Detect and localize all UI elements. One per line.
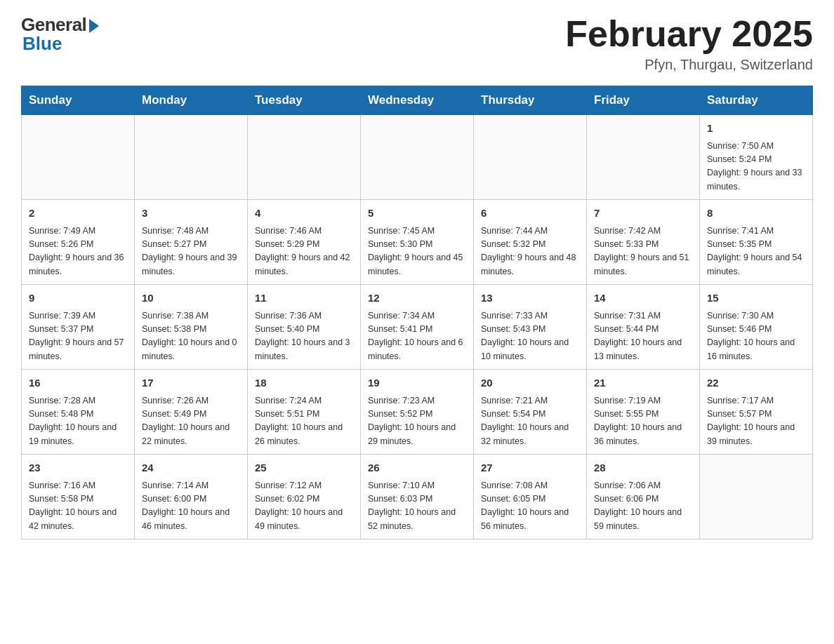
day-info: Sunrise: 7:36 AMSunset: 5:40 PMDaylight:… <box>255 309 353 364</box>
day-info: Sunrise: 7:42 AMSunset: 5:33 PMDaylight:… <box>594 224 692 279</box>
day-number: 23 <box>29 460 127 476</box>
day-info: Sunrise: 7:12 AMSunset: 6:02 PMDaylight:… <box>255 479 353 534</box>
table-row: 24Sunrise: 7:14 AMSunset: 6:00 PMDayligh… <box>135 455 248 539</box>
day-number: 15 <box>707 290 805 307</box>
table-row: 9Sunrise: 7:39 AMSunset: 5:37 PMDaylight… <box>22 285 135 370</box>
table-row: 14Sunrise: 7:31 AMSunset: 5:44 PMDayligh… <box>587 285 700 370</box>
table-row: 12Sunrise: 7:34 AMSunset: 5:41 PMDayligh… <box>361 285 474 370</box>
day-info: Sunrise: 7:17 AMSunset: 5:57 PMDaylight:… <box>707 394 805 449</box>
day-number: 8 <box>707 206 805 222</box>
day-info: Sunrise: 7:06 AMSunset: 6:06 PMDaylight:… <box>594 479 692 534</box>
table-row <box>135 115 248 200</box>
day-number: 5 <box>368 206 466 222</box>
day-info: Sunrise: 7:33 AMSunset: 5:43 PMDaylight:… <box>481 309 579 364</box>
day-info: Sunrise: 7:28 AMSunset: 5:48 PMDaylight:… <box>29 394 127 449</box>
table-row: 20Sunrise: 7:21 AMSunset: 5:54 PMDayligh… <box>474 370 587 455</box>
day-info: Sunrise: 7:24 AMSunset: 5:51 PMDaylight:… <box>255 394 353 449</box>
day-info: Sunrise: 7:31 AMSunset: 5:44 PMDaylight:… <box>594 309 692 364</box>
day-number: 13 <box>481 290 579 307</box>
day-number: 16 <box>29 375 127 391</box>
table-row: 17Sunrise: 7:26 AMSunset: 5:49 PMDayligh… <box>135 370 248 455</box>
col-saturday: Saturday <box>700 86 813 115</box>
day-info: Sunrise: 7:19 AMSunset: 5:55 PMDaylight:… <box>594 394 692 449</box>
day-number: 4 <box>255 206 353 222</box>
table-row: 27Sunrise: 7:08 AMSunset: 6:05 PMDayligh… <box>474 455 587 539</box>
calendar-week-row: 23Sunrise: 7:16 AMSunset: 5:58 PMDayligh… <box>22 455 813 539</box>
calendar-week-row: 1Sunrise: 7:50 AMSunset: 5:24 PMDaylight… <box>22 115 813 200</box>
day-number: 20 <box>481 375 579 391</box>
month-title: February 2025 <box>565 14 813 54</box>
table-row: 13Sunrise: 7:33 AMSunset: 5:43 PMDayligh… <box>474 285 587 370</box>
calendar-table: Sunday Monday Tuesday Wednesday Thursday… <box>21 86 813 539</box>
table-row: 8Sunrise: 7:41 AMSunset: 5:35 PMDaylight… <box>700 200 813 285</box>
logo-arrow-icon <box>89 19 99 33</box>
day-number: 2 <box>29 206 127 222</box>
day-number: 7 <box>594 206 692 222</box>
table-row: 4Sunrise: 7:46 AMSunset: 5:29 PMDaylight… <box>248 200 361 285</box>
day-info: Sunrise: 7:48 AMSunset: 5:27 PMDaylight:… <box>142 224 240 279</box>
table-row: 6Sunrise: 7:44 AMSunset: 5:32 PMDaylight… <box>474 200 587 285</box>
day-info: Sunrise: 7:49 AMSunset: 5:26 PMDaylight:… <box>29 224 127 279</box>
col-sunday: Sunday <box>22 86 135 115</box>
calendar-header-row: Sunday Monday Tuesday Wednesday Thursday… <box>22 86 813 115</box>
calendar-week-row: 2Sunrise: 7:49 AMSunset: 5:26 PMDaylight… <box>22 200 813 285</box>
day-number: 25 <box>255 460 353 476</box>
table-row: 26Sunrise: 7:10 AMSunset: 6:03 PMDayligh… <box>361 455 474 539</box>
table-row <box>22 115 135 200</box>
table-row: 25Sunrise: 7:12 AMSunset: 6:02 PMDayligh… <box>248 455 361 539</box>
logo-blue-text: Blue <box>22 33 62 55</box>
day-number: 27 <box>481 460 579 476</box>
table-row <box>474 115 587 200</box>
table-row: 28Sunrise: 7:06 AMSunset: 6:06 PMDayligh… <box>587 455 700 539</box>
location-subtitle: Pfyn, Thurgau, Switzerland <box>565 57 813 73</box>
col-tuesday: Tuesday <box>248 86 361 115</box>
day-info: Sunrise: 7:26 AMSunset: 5:49 PMDaylight:… <box>142 394 240 449</box>
day-number: 21 <box>594 375 692 391</box>
table-row <box>700 455 813 539</box>
day-info: Sunrise: 7:30 AMSunset: 5:46 PMDaylight:… <box>707 309 805 364</box>
table-row: 10Sunrise: 7:38 AMSunset: 5:38 PMDayligh… <box>135 285 248 370</box>
day-info: Sunrise: 7:08 AMSunset: 6:05 PMDaylight:… <box>481 479 579 534</box>
table-row: 7Sunrise: 7:42 AMSunset: 5:33 PMDaylight… <box>587 200 700 285</box>
table-row: 3Sunrise: 7:48 AMSunset: 5:27 PMDaylight… <box>135 200 248 285</box>
day-info: Sunrise: 7:46 AMSunset: 5:29 PMDaylight:… <box>255 224 353 279</box>
day-info: Sunrise: 7:38 AMSunset: 5:38 PMDaylight:… <box>142 309 240 364</box>
table-row: 16Sunrise: 7:28 AMSunset: 5:48 PMDayligh… <box>22 370 135 455</box>
day-number: 11 <box>255 290 353 307</box>
day-info: Sunrise: 7:44 AMSunset: 5:32 PMDaylight:… <box>481 224 579 279</box>
table-row: 5Sunrise: 7:45 AMSunset: 5:30 PMDaylight… <box>361 200 474 285</box>
table-row <box>361 115 474 200</box>
table-row: 15Sunrise: 7:30 AMSunset: 5:46 PMDayligh… <box>700 285 813 370</box>
day-number: 24 <box>142 460 240 476</box>
table-row: 18Sunrise: 7:24 AMSunset: 5:51 PMDayligh… <box>248 370 361 455</box>
day-info: Sunrise: 7:34 AMSunset: 5:41 PMDaylight:… <box>368 309 466 364</box>
col-monday: Monday <box>135 86 248 115</box>
day-info: Sunrise: 7:41 AMSunset: 5:35 PMDaylight:… <box>707 224 805 279</box>
calendar-week-row: 9Sunrise: 7:39 AMSunset: 5:37 PMDaylight… <box>22 285 813 370</box>
day-number: 17 <box>142 375 240 391</box>
day-number: 22 <box>707 375 805 391</box>
day-info: Sunrise: 7:14 AMSunset: 6:00 PMDaylight:… <box>142 479 240 534</box>
day-number: 14 <box>594 290 692 307</box>
day-info: Sunrise: 7:10 AMSunset: 6:03 PMDaylight:… <box>368 479 466 534</box>
table-row: 2Sunrise: 7:49 AMSunset: 5:26 PMDaylight… <box>22 200 135 285</box>
day-number: 12 <box>368 290 466 307</box>
table-row: 22Sunrise: 7:17 AMSunset: 5:57 PMDayligh… <box>700 370 813 455</box>
day-number: 10 <box>142 290 240 307</box>
table-row <box>587 115 700 200</box>
logo: General Blue <box>21 14 99 55</box>
day-info: Sunrise: 7:39 AMSunset: 5:37 PMDaylight:… <box>29 309 127 364</box>
table-row: 1Sunrise: 7:50 AMSunset: 5:24 PMDaylight… <box>700 115 813 200</box>
day-info: Sunrise: 7:21 AMSunset: 5:54 PMDaylight:… <box>481 394 579 449</box>
day-number: 19 <box>368 375 466 391</box>
col-wednesday: Wednesday <box>361 86 474 115</box>
title-area: February 2025 Pfyn, Thurgau, Switzerland <box>565 14 813 73</box>
day-number: 28 <box>594 460 692 476</box>
day-number: 9 <box>29 290 127 307</box>
day-info: Sunrise: 7:45 AMSunset: 5:30 PMDaylight:… <box>368 224 466 279</box>
col-friday: Friday <box>587 86 700 115</box>
day-number: 18 <box>255 375 353 391</box>
page-header: General Blue February 2025 Pfyn, Thurgau… <box>21 14 813 73</box>
day-number: 1 <box>707 121 805 137</box>
day-info: Sunrise: 7:16 AMSunset: 5:58 PMDaylight:… <box>29 479 127 534</box>
